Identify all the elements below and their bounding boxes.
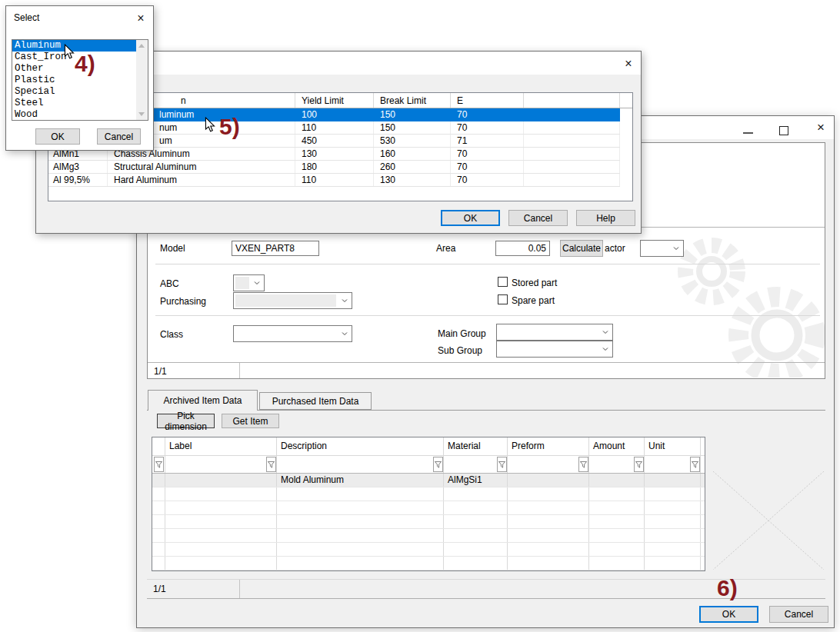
filter-funnel-icon[interactable] bbox=[578, 457, 588, 472]
material-col-extra[interactable] bbox=[524, 93, 620, 108]
item-filter-cell[interactable] bbox=[508, 456, 589, 473]
item-cell bbox=[277, 557, 444, 570]
filter-funnel-icon[interactable] bbox=[266, 457, 276, 472]
tab-purchased-item-data[interactable]: Purchased Item Data bbox=[259, 392, 372, 410]
material-cell-break: 160 bbox=[374, 148, 451, 160]
maximize-icon[interactable] bbox=[779, 126, 788, 135]
item-col-header-preform[interactable]: Preform bbox=[508, 437, 589, 455]
item-col-header-unit[interactable]: Unit bbox=[645, 437, 701, 455]
item-cell bbox=[508, 487, 589, 501]
ok-button[interactable]: OK bbox=[35, 128, 80, 145]
item-row[interactable] bbox=[152, 487, 705, 501]
chevron-down-icon bbox=[602, 329, 608, 335]
calculate-button[interactable]: Calculate bbox=[560, 240, 603, 257]
screen: × Model Area Calculate actor bbox=[0, 0, 840, 632]
model-input[interactable] bbox=[232, 241, 319, 256]
material-cell-description: Structural Aluminum bbox=[108, 161, 295, 173]
material-col-e[interactable]: E bbox=[451, 93, 524, 108]
factor-combo[interactable] bbox=[640, 240, 684, 257]
spare-part-checkbox[interactable] bbox=[498, 294, 508, 304]
scroll-up-icon[interactable] bbox=[138, 44, 145, 48]
filter-funnel-icon[interactable] bbox=[634, 457, 644, 472]
item-row[interactable] bbox=[152, 501, 705, 515]
area-label: Area bbox=[436, 243, 455, 254]
item-cell bbox=[444, 515, 508, 528]
cancel-button[interactable]: Cancel bbox=[508, 210, 568, 226]
item-cell bbox=[589, 543, 645, 556]
filter-funnel-icon[interactable] bbox=[154, 457, 164, 472]
item-col-header-label[interactable]: Label bbox=[165, 437, 277, 455]
material-cell-extra bbox=[524, 174, 620, 186]
close-icon[interactable]: × bbox=[813, 120, 828, 135]
item-col-header-material[interactable]: Material bbox=[444, 437, 508, 455]
item-cell bbox=[645, 474, 701, 487]
item-filter-cell[interactable] bbox=[444, 456, 508, 473]
material-cell-extra bbox=[524, 108, 620, 121]
scrollbar[interactable] bbox=[136, 40, 148, 120]
item-cell bbox=[508, 543, 589, 556]
chevron-down-icon bbox=[254, 280, 260, 286]
purchasing-combo[interactable] bbox=[233, 292, 352, 309]
item-row[interactable] bbox=[152, 515, 705, 529]
item-filter-cell[interactable] bbox=[645, 456, 701, 473]
tab-archived-item-data[interactable]: Archived Item Data bbox=[148, 390, 258, 411]
item-cell bbox=[645, 515, 701, 528]
material-row[interactable]: AlMg3Structural Aluminum18026070 bbox=[48, 161, 620, 174]
item-filter-cell[interactable] bbox=[589, 456, 645, 473]
abc-combo[interactable] bbox=[233, 274, 265, 291]
item-row[interactable]: Mold AluminumAlMgSi1 bbox=[152, 474, 705, 487]
area-input[interactable] bbox=[495, 241, 550, 256]
item-cell bbox=[589, 557, 645, 570]
material-cell-extra bbox=[524, 161, 620, 173]
get-item-button[interactable]: Get Item bbox=[222, 414, 279, 428]
abc-combo-value bbox=[235, 277, 249, 289]
item-row[interactable] bbox=[152, 529, 705, 543]
material-cell-extra bbox=[524, 135, 620, 147]
chevron-down-icon bbox=[342, 331, 348, 337]
close-icon[interactable]: × bbox=[621, 56, 636, 72]
ok-button[interactable]: OK bbox=[441, 210, 500, 226]
item-col-header-rowselector[interactable] bbox=[152, 437, 165, 455]
item-cell bbox=[444, 529, 508, 542]
material-col-break-limit[interactable]: Break Limit bbox=[374, 93, 451, 108]
material-col-yield-limit[interactable]: Yield Limit bbox=[295, 93, 374, 108]
list-item-special[interactable]: Special bbox=[12, 86, 136, 98]
cancel-button[interactable]: Cancel bbox=[97, 128, 141, 145]
item-cell bbox=[152, 487, 165, 501]
select-dialog: Select × AluminumCast_IronOtherPlasticSp… bbox=[5, 5, 154, 151]
item-filter-cell[interactable] bbox=[152, 456, 165, 473]
sub-group-combo[interactable] bbox=[496, 341, 613, 358]
item-col-header-amount[interactable]: Amount bbox=[589, 437, 645, 455]
material-cell-break: 150 bbox=[374, 121, 451, 134]
material-cell-extra bbox=[524, 148, 620, 160]
item-col-header-description[interactable]: Description bbox=[277, 437, 444, 455]
scroll-down-icon[interactable] bbox=[138, 112, 145, 116]
item-cell bbox=[277, 515, 444, 528]
item-row[interactable] bbox=[152, 557, 705, 570]
material-cell-e: 70 bbox=[451, 174, 524, 186]
stored-part-checkbox[interactable] bbox=[498, 277, 508, 287]
filter-funnel-icon[interactable] bbox=[433, 457, 443, 472]
main-group-combo[interactable] bbox=[496, 324, 613, 341]
material-row[interactable]: Al 99,5%Hard Aluminum11013070 bbox=[48, 174, 620, 187]
list-item-steel[interactable]: Steel bbox=[12, 98, 136, 109]
list-item-wood[interactable]: Wood bbox=[12, 109, 136, 120]
pick-dimension-button[interactable]: Pick dimension bbox=[157, 414, 215, 428]
cancel-button[interactable]: Cancel bbox=[769, 606, 828, 623]
item-filter-cell[interactable] bbox=[165, 456, 277, 473]
ok-button[interactable]: OK bbox=[699, 606, 758, 623]
class-combo[interactable] bbox=[233, 325, 352, 342]
annotation-step-5: 5) bbox=[219, 114, 240, 140]
item-cell bbox=[444, 501, 508, 514]
item-cell bbox=[508, 529, 589, 542]
minimize-icon[interactable] bbox=[743, 132, 753, 134]
close-icon[interactable]: × bbox=[133, 11, 148, 26]
image-placeholder-x bbox=[713, 471, 824, 570]
help-button[interactable]: Help bbox=[576, 210, 635, 226]
item-cell bbox=[444, 543, 508, 556]
filter-funnel-icon[interactable] bbox=[690, 457, 700, 472]
filter-funnel-icon[interactable] bbox=[497, 457, 507, 472]
item-row[interactable] bbox=[152, 543, 705, 557]
item-filter-cell[interactable] bbox=[277, 456, 444, 473]
item-cell bbox=[645, 501, 701, 514]
